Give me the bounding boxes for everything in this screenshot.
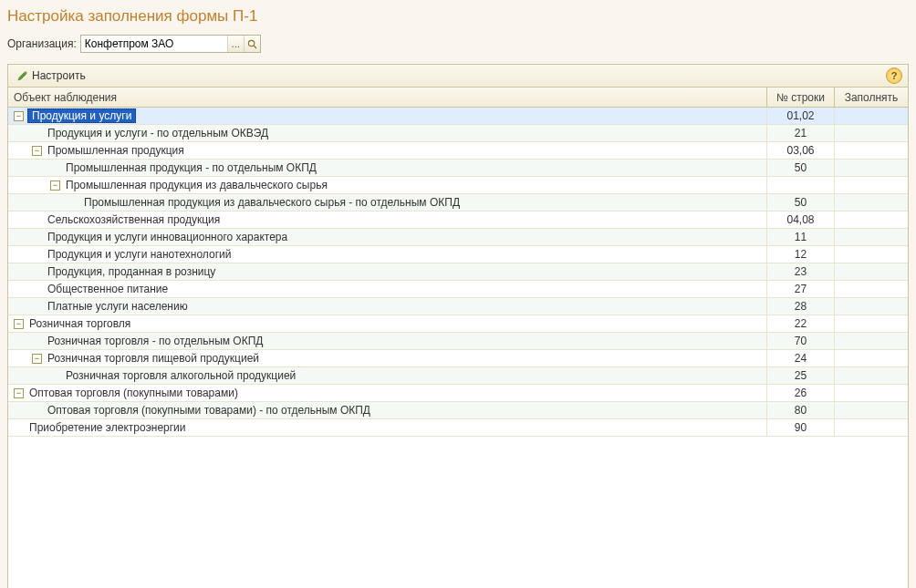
collapse-icon[interactable]: − bbox=[14, 388, 24, 398]
column-header-fill[interactable]: Заполнять bbox=[835, 88, 908, 107]
page-title: Настройка заполнения формы П-1 bbox=[7, 7, 909, 26]
cell-fill[interactable] bbox=[835, 246, 908, 263]
collapse-icon[interactable]: − bbox=[32, 354, 42, 364]
table-row[interactable]: Приобретение электроэнергии90 bbox=[8, 419, 908, 437]
collapse-icon[interactable]: − bbox=[32, 146, 42, 156]
row-label: Промышленная продукция из давальческого … bbox=[60, 179, 328, 191]
cell-line-number: 70 bbox=[767, 333, 835, 349]
cell-fill[interactable] bbox=[835, 229, 908, 245]
cell-fill[interactable] bbox=[835, 385, 908, 401]
row-label: Оптовая торговля (покупными товарами) bbox=[24, 387, 238, 399]
configure-button[interactable]: Настроить bbox=[14, 69, 89, 82]
cell-object: Сельскохозяйственная продукция bbox=[8, 211, 767, 228]
organization-input[interactable] bbox=[81, 36, 227, 52]
cell-object: −Промышленная продукция bbox=[8, 142, 767, 159]
cell-fill[interactable] bbox=[835, 298, 908, 315]
cell-object: Продукция, проданная в розницу bbox=[8, 263, 767, 280]
row-label: Оптовая торговля (покупными товарами) - … bbox=[42, 404, 370, 417]
row-label: Приобретение электроэнергии bbox=[24, 421, 186, 434]
cell-line-number: 11 bbox=[767, 229, 835, 245]
cell-line-number: 03,06 bbox=[767, 142, 835, 159]
cell-object: −Розничная торговля пищевой продукцией bbox=[8, 350, 767, 366]
table-row[interactable]: Продукция, проданная в розницу23 bbox=[8, 263, 908, 281]
collapse-icon[interactable]: − bbox=[50, 181, 60, 191]
cell-line-number: 12 bbox=[767, 246, 835, 263]
table-row[interactable]: Платные услуги населению28 bbox=[8, 298, 908, 315]
svg-line-1 bbox=[254, 46, 256, 48]
column-header-object[interactable]: Объект наблюдения bbox=[8, 88, 767, 107]
row-label: Розничная торговля алкогольной продукцие… bbox=[60, 369, 296, 382]
row-label: Общественное питание bbox=[42, 283, 168, 295]
configure-label: Настроить bbox=[32, 69, 86, 82]
row-label: Платные услуги населению bbox=[42, 300, 188, 313]
cell-object: −Оптовая торговля (покупными товарами) bbox=[8, 385, 767, 401]
magnifier-icon bbox=[247, 39, 257, 49]
table-row[interactable]: −Промышленная продукция из давальческого… bbox=[8, 177, 908, 194]
cell-fill[interactable] bbox=[835, 194, 908, 211]
table-row[interactable]: −Продукция и услуги01,02 bbox=[8, 108, 908, 125]
cell-object: Оптовая торговля (покупными товарами) - … bbox=[8, 402, 767, 418]
organization-search-button[interactable] bbox=[244, 36, 260, 52]
svg-point-0 bbox=[248, 40, 254, 46]
cell-fill[interactable] bbox=[835, 125, 908, 141]
collapse-icon[interactable]: − bbox=[14, 111, 24, 121]
table-row[interactable]: Общественное питание27 bbox=[8, 281, 908, 298]
table-row[interactable]: Розничная торговля алкогольной продукцие… bbox=[8, 367, 908, 385]
organization-row: Организация: … bbox=[7, 35, 909, 53]
cell-fill[interactable] bbox=[835, 211, 908, 228]
row-label: Продукция и услуги нанотехнологий bbox=[42, 248, 231, 261]
cell-object: Продукция и услуги нанотехнологий bbox=[8, 246, 767, 263]
cell-object: Продукция и услуги инновационного характ… bbox=[8, 229, 767, 245]
question-icon: ? bbox=[891, 70, 898, 81]
table-body: −Продукция и услуги01,02Продукция и услу… bbox=[8, 108, 908, 437]
table-row[interactable]: −Розничная торговля22 bbox=[8, 315, 908, 333]
cell-object: Промышленная продукция - по отдельным ОК… bbox=[8, 160, 767, 176]
cell-fill[interactable] bbox=[835, 367, 908, 384]
toolbar: Настроить ? bbox=[7, 64, 909, 88]
collapse-icon[interactable]: − bbox=[14, 319, 24, 329]
cell-fill[interactable] bbox=[835, 402, 908, 418]
table-row[interactable]: Промышленная продукция - по отдельным ОК… bbox=[8, 160, 908, 177]
cell-fill[interactable] bbox=[835, 333, 908, 349]
cell-fill[interactable] bbox=[835, 142, 908, 159]
cell-fill[interactable] bbox=[835, 315, 908, 332]
table-row[interactable]: Продукция и услуги инновационного характ… bbox=[8, 229, 908, 246]
tree-table: Объект наблюдения № строки Заполнять −Пр… bbox=[7, 88, 909, 588]
row-label: Розничная торговля - по отдельным ОКПД bbox=[42, 335, 263, 347]
cell-fill[interactable] bbox=[835, 350, 908, 366]
table-row[interactable]: Продукция и услуги нанотехнологий12 bbox=[8, 246, 908, 263]
cell-line-number: 25 bbox=[767, 367, 835, 384]
cell-object: Промышленная продукция из давальческого … bbox=[8, 194, 767, 211]
table-row[interactable]: −Оптовая торговля (покупными товарами)26 bbox=[8, 385, 908, 402]
cell-object: Розничная торговля алкогольной продукцие… bbox=[8, 367, 767, 384]
cell-object: −Розничная торговля bbox=[8, 315, 767, 332]
cell-line-number: 22 bbox=[767, 315, 835, 332]
row-label: Промышленная продукция из давальческого … bbox=[78, 196, 460, 209]
table-row[interactable]: Продукция и услуги - по отдельным ОКВЭД2… bbox=[8, 125, 908, 142]
ellipsis-icon: … bbox=[231, 39, 240, 49]
organization-label: Организация: bbox=[7, 37, 77, 50]
organization-select-button[interactable]: … bbox=[227, 36, 244, 52]
cell-fill[interactable] bbox=[835, 281, 908, 297]
help-button[interactable]: ? bbox=[886, 67, 902, 84]
cell-line-number: 80 bbox=[767, 402, 835, 418]
cell-object: Продукция и услуги - по отдельным ОКВЭД bbox=[8, 125, 767, 141]
table-row[interactable]: Оптовая торговля (покупными товарами) - … bbox=[8, 402, 908, 419]
cell-fill[interactable] bbox=[835, 160, 908, 176]
cell-object: Приобретение электроэнергии bbox=[8, 419, 767, 436]
cell-fill[interactable] bbox=[835, 263, 908, 280]
cell-line-number: 28 bbox=[767, 298, 835, 315]
cell-fill[interactable] bbox=[835, 177, 908, 193]
table-row[interactable]: −Промышленная продукция03,06 bbox=[8, 142, 908, 160]
cell-object: Общественное питание bbox=[8, 281, 767, 297]
cell-line-number: 90 bbox=[767, 419, 835, 436]
table-row[interactable]: Промышленная продукция из давальческого … bbox=[8, 194, 908, 211]
table-row[interactable]: Сельскохозяйственная продукция04,08 bbox=[8, 211, 908, 229]
table-row[interactable]: −Розничная торговля пищевой продукцией24 bbox=[8, 350, 908, 367]
column-header-line[interactable]: № строки bbox=[767, 88, 835, 107]
cell-fill[interactable] bbox=[835, 108, 908, 124]
cell-line-number: 04,08 bbox=[767, 211, 835, 228]
table-row[interactable]: Розничная торговля - по отдельным ОКПД70 bbox=[8, 333, 908, 350]
cell-fill[interactable] bbox=[835, 419, 908, 436]
row-label: Продукция, проданная в розницу bbox=[42, 265, 215, 278]
